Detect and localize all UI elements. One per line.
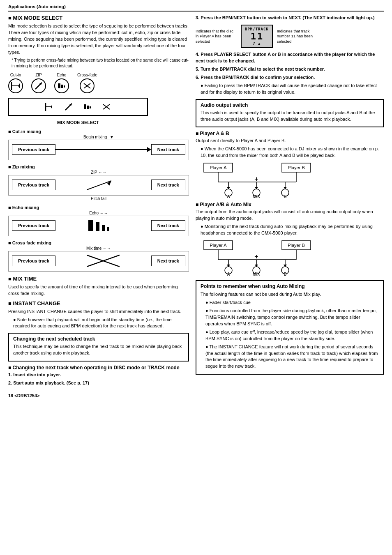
echo-mixing-title: Echo mixing: [8, 205, 189, 210]
audio-output-desc: This switch is used to specify the outpu…: [201, 110, 379, 123]
player-ab-auto-section: Player A/B & Auto Mix The output from th…: [196, 202, 384, 277]
bpm-display-row: Indicates that the disc in Player A has …: [196, 25, 384, 48]
zip-prev-label: Previous track: [12, 180, 55, 190]
instant-change-section: INSTANT CHANGE Pressing INSTANT CHANGE c…: [8, 300, 189, 330]
cutin-line-area: [55, 142, 151, 157]
player-ab-auto-diagram: Player A Player B +: [196, 239, 384, 277]
echo-annotation-top: Echo ←→: [8, 211, 189, 215]
remember-bullet-1: Fader start/back cue: [205, 299, 379, 306]
svg-text:A: A: [227, 194, 230, 198]
crossfade-label: Cross-fade: [77, 73, 97, 77]
echo-prev-label: Previous track: [12, 220, 55, 231]
zip-icon: [31, 78, 46, 93]
points-remember-box: Points to remember when using Auto Mixin…: [196, 280, 384, 375]
top-bar-label: Applications (Auto mixing): [8, 4, 66, 9]
instant-change-bullet: Note however that playback will not begi…: [13, 317, 189, 330]
zip-annotation-top: ZIP ←→: [8, 170, 189, 175]
echo-next-label: Next track: [151, 220, 185, 231]
crossfade-annotation-top: Mix time ←→: [8, 246, 189, 251]
box-crossfade-svg: [101, 101, 112, 113]
svg-text:MIX: MIX: [253, 272, 260, 276]
cutin-label: Cut-in: [10, 73, 21, 77]
cutin-annotation: Begin mixing ▼: [8, 135, 189, 139]
bpm-digit1: 1: [251, 31, 256, 41]
page-number: 18 <DRB1254>: [8, 393, 39, 398]
cutin-icon-item: Cut-in: [8, 73, 23, 94]
bpm-left-label: Indicates that the disc in Player A has …: [196, 29, 237, 44]
svg-rect-5: [58, 83, 60, 88]
svg-text:Player A: Player A: [210, 165, 227, 170]
svg-line-20: [87, 181, 111, 190]
cutin-icon: [8, 78, 23, 93]
zip-label: ZIP: [35, 73, 42, 77]
remember-bullet-2: Functions controlled from the player sid…: [205, 308, 379, 327]
zip-line-area: [55, 177, 151, 193]
zip-annotation-bot: Pitch fall: [8, 196, 189, 201]
mix-time-title: MIX TIME: [8, 276, 189, 282]
echo-line-area: [55, 218, 151, 233]
echo-label: Echo: [57, 73, 67, 77]
changing-next-box: Changing the next scheduled track This t…: [8, 333, 189, 362]
points-remember-intro: The following features can not be used d…: [201, 291, 379, 298]
echo-mixing-section: Echo mixing Echo ←→ Previous track: [8, 205, 189, 236]
step3-section: 3. Press the BPM/NEXT button to switch t…: [196, 15, 384, 96]
cutin-track-diagram: Previous track Next track: [8, 140, 189, 160]
echo-svg: [87, 218, 120, 233]
mix-mode-box-container: [8, 96, 189, 119]
audio-output-box: Audio output switch This switch is used …: [196, 99, 384, 128]
bpm-right-label: Indicates that track number 11 has been …: [277, 29, 318, 44]
step2: 2. Start auto mix playback. (See p. 17): [8, 380, 189, 387]
svg-rect-17: [90, 106, 91, 108]
changing-next-title: Changing the next scheduled track: [13, 336, 184, 342]
svg-rect-15: [84, 104, 86, 109]
echo-icon: [54, 78, 69, 93]
step6-note: Failing to press the BPM/TRACK dial will…: [201, 83, 384, 96]
player-ab-svg: Player A Player B +: [196, 161, 319, 198]
zip-track-diagram: Previous track Next track: [8, 175, 189, 196]
bpm-digit2: 1: [257, 31, 263, 41]
svg-rect-25: [107, 227, 109, 231]
mix-time-desc: Used to specify the amount of time of th…: [8, 284, 189, 297]
page-footer: 18 <DRB1254>: [8, 393, 384, 398]
svg-rect-16: [87, 106, 89, 109]
top-bar: Applications (Auto mixing): [8, 4, 384, 12]
crossfade-icon: [80, 78, 95, 93]
svg-text:A: A: [227, 272, 230, 276]
remember-bullet-4: The INSTANT CHANGE feature will not work…: [205, 344, 379, 370]
player-ab-auto-svg: Player A Player B +: [196, 239, 319, 276]
zip-next-label: Next track: [151, 180, 185, 190]
step6: 6. Press the BPM/TRACK dial to confirm y…: [196, 74, 384, 81]
svg-text:+: +: [254, 253, 258, 260]
svg-text:B: B: [284, 272, 287, 276]
zip-icon-item: ZIP: [31, 73, 46, 94]
step5: 5. Turn the BPM/TRACK dial to select the…: [196, 66, 384, 73]
crossfade-mixing-title: Cross fade mixing: [8, 240, 189, 245]
player-ab-bullet: When the CMX-5000 has been connected to …: [201, 146, 384, 159]
svg-text:Player B: Player B: [288, 243, 305, 248]
cutin-mixing-title: Cut-in mixing: [8, 129, 189, 134]
changing-disc-title: Changing the next track when operating i…: [8, 365, 189, 371]
svg-rect-24: [102, 225, 105, 231]
mix-mode-box-label: MIX MODE SELECT: [8, 120, 148, 125]
player-ab-auto-desc: The output from the audio output jacks w…: [196, 209, 384, 222]
player-ab-title: Player A & B: [196, 131, 384, 136]
svg-rect-6: [61, 85, 63, 88]
bpm-display-box: BPM/TRACK 1 1 7 ▲: [241, 25, 273, 48]
svg-marker-2: [18, 83, 20, 88]
zip-mixing-section: Zip mixing ZIP ←→ Previous track: [8, 164, 189, 201]
crossfade-mixing-section: Cross fade mixing Mix time ←→ Previous t…: [8, 240, 189, 272]
crossfade-svg: [87, 253, 120, 268]
box-zip-svg: [63, 101, 74, 113]
step4: 4. Press PLAYER SELECT button A or B in …: [196, 51, 384, 64]
crossfade-track-diagram: Previous track Next track: [8, 251, 189, 272]
mix-time-section: MIX TIME Used to specify the amount of t…: [8, 276, 189, 297]
echo-track-diagram: Previous track Next track: [8, 216, 189, 236]
cutin-prev-label: Previous track: [12, 144, 55, 155]
svg-text:+: +: [254, 175, 258, 182]
crossfade-prev-label: Previous track: [12, 256, 55, 266]
mix-mode-desc: Mix mode selection is used to select the…: [8, 23, 189, 56]
svg-text:Player A: Player A: [210, 243, 227, 248]
svg-text:MIX: MIX: [253, 194, 260, 198]
changing-disc-section: Changing the next track when operating i…: [8, 365, 189, 387]
box-cutin-svg: [44, 101, 55, 113]
